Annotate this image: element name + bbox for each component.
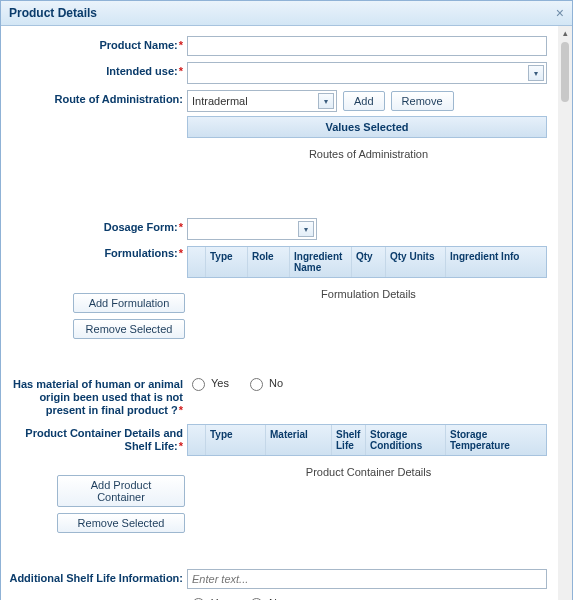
route-admin-value: Intradermal: [192, 95, 248, 107]
add-formulation-button[interactable]: Add Formulation: [73, 293, 185, 313]
bioburden-no-radio[interactable]: No: [245, 595, 283, 600]
bioburden-yes-radio[interactable]: Yes: [187, 595, 229, 600]
origin-no-radio[interactable]: No: [245, 375, 283, 391]
route-add-button[interactable]: Add: [343, 91, 385, 111]
formulation-caption: Formulation Details: [187, 288, 550, 300]
dosage-form-combo[interactable]: ▾: [187, 218, 317, 240]
remove-formulation-button[interactable]: Remove Selected: [73, 319, 185, 339]
required-icon: *: [179, 247, 183, 259]
intended-use-label: Intended use:: [106, 65, 178, 77]
formulations-label: Formulations:: [104, 247, 177, 259]
add-container-button[interactable]: Add Product Container: [57, 475, 185, 507]
intended-use-combo[interactable]: ▾: [187, 62, 547, 84]
required-icon: *: [179, 404, 183, 416]
values-selected-header: Values Selected: [187, 116, 547, 138]
route-remove-button[interactable]: Remove: [391, 91, 454, 111]
origin-question-label: Has material of human or animal origin b…: [13, 378, 183, 416]
route-admin-combo[interactable]: Intradermal ▾: [187, 90, 337, 112]
container-label: Product Container Details and Shelf Life…: [25, 427, 183, 452]
required-icon: *: [179, 440, 183, 452]
addl-shelf-input[interactable]: [187, 569, 547, 589]
product-name-input[interactable]: [187, 36, 547, 56]
origin-yes-radio[interactable]: Yes: [187, 375, 229, 391]
route-admin-label: Route of Administration:: [54, 93, 183, 105]
container-table-header: Type Material Shelf Life Storage Conditi…: [187, 424, 547, 456]
product-name-label: Product Name:: [99, 39, 177, 51]
chevron-down-icon[interactable]: ▾: [318, 93, 334, 109]
scrollbar-thumb[interactable]: [561, 42, 569, 102]
close-icon[interactable]: ×: [556, 5, 564, 21]
required-icon: *: [179, 65, 183, 77]
container-caption: Product Container Details: [187, 466, 550, 478]
routes-caption: Routes of Administration: [187, 148, 550, 160]
required-icon: *: [179, 39, 183, 51]
remove-container-button[interactable]: Remove Selected: [57, 513, 185, 533]
scroll-up-icon[interactable]: ▴: [563, 28, 568, 38]
chevron-down-icon[interactable]: ▾: [528, 65, 544, 81]
chevron-down-icon[interactable]: ▾: [298, 221, 314, 237]
vertical-scrollbar[interactable]: ▴ ▾: [558, 26, 572, 600]
required-icon: *: [179, 221, 183, 233]
dialog-title: Product Details: [9, 6, 97, 20]
dosage-form-label: Dosage Form:: [104, 221, 178, 233]
addl-shelf-label: Additional Shelf Life Information:: [9, 572, 183, 584]
formulation-table-header: Type Role Ingredient Name Qty Qty Units …: [187, 246, 547, 278]
